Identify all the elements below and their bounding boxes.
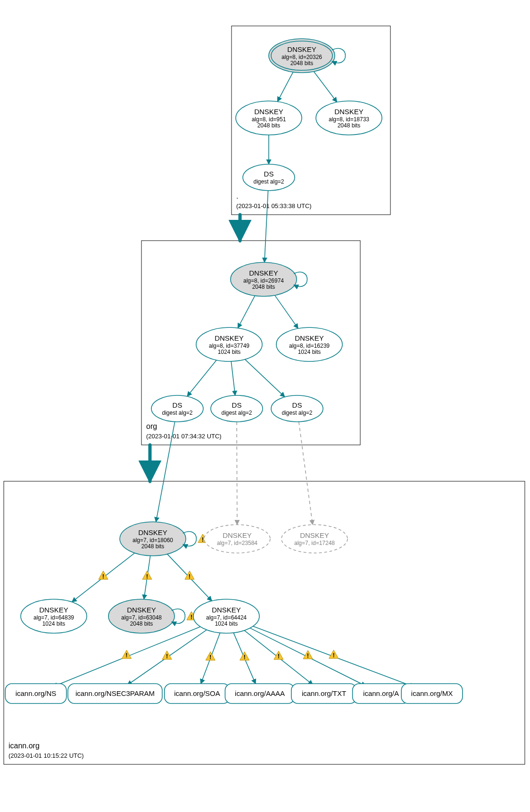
warning-icon: !: [303, 651, 313, 660]
svg-line-12: [238, 296, 255, 328]
svg-text:icann.org/NSEC3PARAM: icann.org/NSEC3PARAM: [75, 689, 155, 697]
svg-line-6: [237, 422, 237, 525]
svg-text:DNSKEY: DNSKEY: [254, 108, 283, 116]
svg-text:1024 bits: 1024 bits: [42, 620, 66, 627]
svg-text:icann.org: icann.org: [8, 742, 40, 750]
svg-text:alg=8, id=951: alg=8, id=951: [252, 116, 286, 123]
dnssec-graph: .(2023-01-01 05:33:38 UTC)org(2023-01-01…: [0, 0, 530, 812]
rrset-rr_txt: icann.org/TXT: [291, 684, 356, 703]
svg-text:org: org: [146, 422, 157, 430]
svg-line-7: [299, 422, 313, 525]
svg-line-16: [245, 360, 284, 397]
svg-text:!: !: [332, 652, 334, 659]
svg-text:(2023-01-01 05:33:38 UTC): (2023-01-01 05:33:38 UTC): [236, 202, 312, 209]
svg-text:1024 bits: 1024 bits: [218, 349, 241, 355]
node-ic_ghost1: DNSKEYalg=7, id=23584: [204, 525, 270, 553]
svg-text:alg=8, id=37749: alg=8, id=37749: [209, 343, 249, 349]
svg-text:DNSKEY: DNSKEY: [223, 531, 252, 539]
svg-text:2048 bits: 2048 bits: [290, 60, 314, 67]
node-root_ds: DSdigest alg=2: [243, 164, 295, 191]
svg-text:alg=7, id=23584: alg=7, id=23584: [217, 540, 257, 546]
svg-text:icann.org/AAAA: icann.org/AAAA: [235, 689, 285, 697]
svg-text:alg=8, id=16239: alg=8, id=16239: [289, 343, 330, 349]
warning-icon: !: [206, 652, 215, 661]
svg-text:alg=7, id=64839: alg=7, id=64839: [33, 614, 74, 621]
node-ic_zsk2: DNSKEYalg=7, id=630482048 bits: [108, 599, 174, 633]
svg-text:DNSKEY: DNSKEY: [287, 45, 316, 53]
rrset-rr_ns: icann.org/NS: [5, 684, 66, 703]
rrset-rr_aaaa: icann.org/AAAA: [225, 684, 294, 703]
node-org_zsk2: DNSKEYalg=8, id=162391024 bits: [276, 327, 342, 361]
svg-line-13: [275, 295, 298, 328]
svg-text:digest alg=2: digest alg=2: [253, 178, 284, 185]
svg-text:2048 bits: 2048 bits: [252, 284, 275, 290]
rrset-rr_mx: icann.org/MX: [401, 684, 463, 703]
warning-icon: !: [240, 652, 249, 661]
svg-text:1024 bits: 1024 bits: [298, 349, 321, 355]
svg-text:DS: DS: [292, 401, 302, 409]
svg-text:!: !: [243, 653, 245, 661]
svg-text:(2023-01-01 10:15:22 UTC): (2023-01-01 10:15:22 UTC): [8, 752, 84, 759]
svg-text:!: !: [102, 573, 104, 580]
svg-text:icann.org/NS: icann.org/NS: [16, 689, 57, 697]
svg-text:2048 bits: 2048 bits: [141, 543, 165, 550]
node-org_ksk: DNSKEYalg=8, id=269742048 bits: [231, 262, 297, 296]
svg-text:DNSKEY: DNSKEY: [300, 531, 329, 539]
node-root_zsk2: DNSKEYalg=8, id=187332048 bits: [316, 101, 382, 135]
node-org_ds1: DSdigest alg=2: [151, 395, 203, 422]
node-ic_ghost2: DNSKEYalg=7, id=17248: [282, 525, 348, 553]
svg-text:DNSKEY: DNSKEY: [334, 108, 364, 116]
svg-text:alg=8, id=18733: alg=8, id=18733: [329, 116, 369, 123]
svg-text:2048 bits: 2048 bits: [338, 122, 361, 129]
warning-icon: !: [142, 571, 152, 580]
svg-text:.: .: [236, 192, 238, 200]
svg-text:DNSKEY: DNSKEY: [249, 269, 278, 277]
svg-text:DNSKEY: DNSKEY: [39, 606, 68, 614]
svg-line-11: [265, 191, 268, 262]
svg-text:icann.org/SOA: icann.org/SOA: [174, 689, 220, 697]
svg-text:alg=7, id=64424: alg=7, id=64424: [206, 614, 247, 621]
svg-text:!: !: [189, 573, 190, 580]
svg-text:DS: DS: [173, 401, 182, 409]
svg-text:icann.org/A: icann.org/A: [363, 689, 399, 697]
svg-text:digest alg=2: digest alg=2: [282, 410, 312, 416]
svg-text:DNSKEY: DNSKEY: [295, 334, 324, 342]
node-org_ds3: DSdigest alg=2: [271, 395, 323, 422]
svg-text:icann.org/MX: icann.org/MX: [411, 689, 453, 697]
warning-icon: !: [122, 650, 132, 659]
svg-line-9: [314, 72, 337, 102]
svg-text:alg=8, id=26974: alg=8, id=26974: [243, 277, 284, 284]
rrset-rr_nsec3: icann.org/NSEC3PARAM: [68, 684, 162, 703]
svg-text:DS: DS: [232, 401, 242, 409]
svg-text:alg=7, id=17248: alg=7, id=17248: [294, 540, 335, 546]
node-org_zsk: DNSKEYalg=8, id=377491024 bits: [196, 327, 262, 361]
node-root_zsk: DNSKEYalg=8, id=9512048 bits: [236, 101, 302, 135]
svg-line-15: [231, 361, 235, 395]
node-org_ds2: DSdigest alg=2: [211, 395, 263, 422]
svg-text:alg=7, id=63048: alg=7, id=63048: [121, 614, 162, 621]
node-ic_zsk1: DNSKEYalg=7, id=648391024 bits: [21, 599, 87, 633]
svg-text:DS: DS: [264, 170, 274, 178]
svg-text:alg=7, id=18060: alg=7, id=18060: [132, 537, 173, 544]
rrset-rr_soa: icann.org/SOA: [165, 684, 230, 703]
svg-text:digest alg=2: digest alg=2: [162, 410, 192, 416]
svg-text:DNSKEY: DNSKEY: [127, 606, 156, 614]
svg-text:!: !: [278, 653, 280, 660]
warning-icon: !: [185, 571, 194, 580]
svg-text:!: !: [166, 653, 168, 660]
svg-text:DNSKEY: DNSKEY: [138, 528, 167, 536]
svg-text:DNSKEY: DNSKEY: [215, 334, 244, 342]
svg-text:icann.org/TXT: icann.org/TXT: [302, 689, 346, 697]
svg-text:alg=8, id=20326: alg=8, id=20326: [282, 54, 322, 60]
node-root_ksk: DNSKEYalg=8, id=203262048 bits: [269, 39, 335, 73]
svg-text:!: !: [146, 573, 148, 580]
svg-text:1024 bits: 1024 bits: [215, 620, 238, 627]
svg-text:DNSKEY: DNSKEY: [212, 606, 241, 614]
svg-text:2048 bits: 2048 bits: [130, 620, 153, 627]
svg-text:digest alg=2: digest alg=2: [221, 410, 252, 416]
svg-line-14: [187, 360, 216, 396]
warning-icon: !: [329, 650, 339, 659]
svg-text:!: !: [125, 652, 127, 659]
svg-text:(2023-01-01 07:34:32 UTC): (2023-01-01 07:34:32 UTC): [146, 433, 222, 440]
svg-line-8: [277, 72, 293, 102]
